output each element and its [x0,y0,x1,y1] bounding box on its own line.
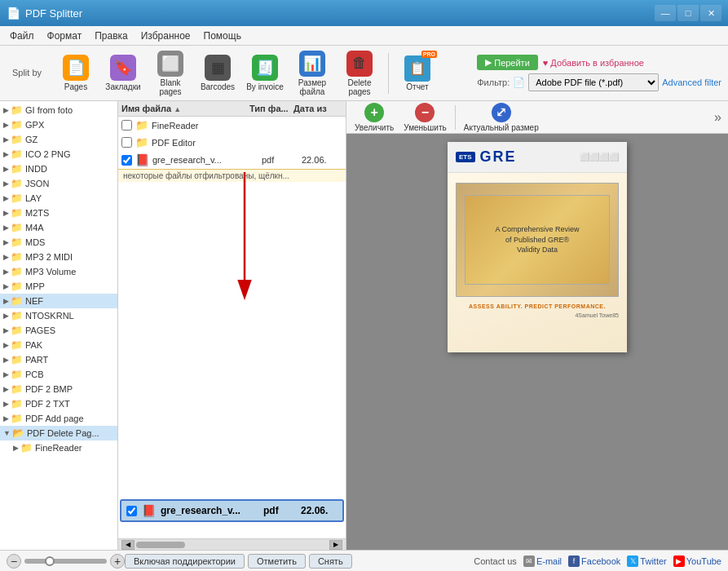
email-icon: ✉ [523,556,535,567]
folder-pdfeditor[interactable]: 📁 PDF Editor [118,134,346,151]
pages-button[interactable]: 📄 Pages [54,50,98,97]
menu-help[interactable]: Помощь [197,29,248,43]
chevron-icon: ▶ [3,150,9,158]
selection-highlight-box[interactable]: 📕 gre_research_v... pdf 22.06. [120,499,344,522]
goto-label: Перейти [494,58,530,68]
sidebar-item-pak[interactable]: ▶ 📁 PAK [0,338,117,352]
sidebar-item-mpp[interactable]: ▶ 📁 MPP [0,279,117,294]
sidebar-item-indd[interactable]: ▶ 📁 INDD [0,162,117,176]
folder-finereader[interactable]: 📁 FineReader [118,117,346,134]
bookmarks-button[interactable]: 🔖 Закладки [101,50,145,97]
file-checkbox[interactable] [121,155,132,166]
menu-file[interactable]: Файл [3,29,41,43]
by-invoice-button[interactable]: 🧾 By invoice [243,50,287,97]
fit-size-button[interactable]: ⤢ Актуальный размер [462,101,540,134]
sidebar-item-m4a[interactable]: ▶ 📁 M4A [0,220,117,235]
sidebar-item-pdfdeletepage[interactable]: ▼ 📂 PDF Delete Pag... [0,426,117,440]
selection-checkbox[interactable] [126,506,137,516]
sidebar-item-gi[interactable]: ▶ 📁 GI from foto [0,103,117,117]
scroll-right-btn[interactable]: ▶ [329,540,342,550]
folder-icon: 📁 [11,104,23,116]
bookmarks-icon: 🔖 [110,55,136,81]
mark-button[interactable]: Отметить [248,554,306,569]
goto-button[interactable]: ▶ Перейти [477,55,538,70]
email-link[interactable]: ✉ E-mail [523,556,562,567]
sidebar-item-label: PDF Add page [25,414,84,423]
sidebar-item-gpx[interactable]: ▶ 📁 GPX [0,117,117,132]
scroll-left-btn[interactable]: ◀ [121,540,135,550]
sidebar-item-pdf2txt[interactable]: ▶ 📁 PDF 2 TXT [0,396,117,411]
folder-checkbox[interactable] [121,120,132,131]
sidebar-item-ntoskrnl[interactable]: ▶ 📁 NTOSKRNL [0,308,117,323]
advanced-filter-button[interactable]: Advanced filter [662,77,721,87]
maximize-button[interactable]: □ [677,5,699,21]
app-title: PDF Splitter [25,7,655,20]
sidebar-item-pages[interactable]: ▶ 📁 PAGES [0,323,117,338]
facebook-link[interactable]: f Facebook [568,556,620,567]
app-icon: 📄 [7,7,20,20]
sidebar-item-pdfaddpage[interactable]: ▶ 📁 PDF Add page [0,411,117,426]
filesize-icon: 📊 [299,51,325,77]
twitter-link[interactable]: 𝕏 Twitter [627,556,666,567]
sidebar-item-mp3midi[interactable]: ▶ 📁 MP3 2 MIDI [0,250,117,264]
sidebar-item-label: PART [25,355,48,365]
pdf-file-icon: 📕 [135,153,149,166]
file-gre-research[interactable]: 📕 gre_research_v... pdf 22.06. [118,151,346,169]
zoom-increase-button[interactable]: + [110,554,125,569]
sidebar-item-gz[interactable]: ▶ 📁 GZ [0,132,117,147]
sidebar-item-nef[interactable]: ▶ 📁 NEF [0,294,117,308]
scroll-thumb[interactable] [136,542,185,548]
file-date: 22.06. [302,155,342,165]
horizontal-scrollbar[interactable]: ◀ ▶ [118,538,346,550]
zoom-in-button[interactable]: + Увеличить [353,101,395,134]
unmark-button[interactable]: Снять [309,554,352,569]
sidebar-item-pdf2bmp[interactable]: ▶ 📁 PDF 2 BMP [0,382,117,396]
pdf-preview: ETS GRE ⬜⬜⬜⬜ A Comprehensive Reviewof Pu… [448,142,627,352]
zoom-decrease-button[interactable]: − [7,554,21,569]
folder-checkbox[interactable] [121,137,132,148]
sidebar-item-m2ts[interactable]: ▶ 📁 M2TS [0,206,117,220]
book-cover: A Comprehensive Reviewof Published GRE®V… [465,195,610,285]
filter-select[interactable]: Adobe PDF file (*.pdf) [528,73,659,91]
sidebar-item-label: M4A [25,223,44,232]
include-subdirs-button[interactable]: Включая поддиректории [125,554,245,569]
scroll-track[interactable] [136,542,328,548]
sidebar-item-pcb[interactable]: ▶ 📁 PCB [0,367,117,382]
zoom-thumb[interactable] [45,556,55,566]
menu-format[interactable]: Формат [41,29,89,43]
zoom-out-button[interactable]: − Уменьшить [402,101,448,134]
sidebar-item-lay[interactable]: ▶ 📁 LAY [0,191,117,206]
sidebar-item-label: GZ [25,135,38,144]
sidebar-item-finereader[interactable]: ▶ 📁 FineReader [10,440,117,455]
menu-edit[interactable]: Правка [88,29,135,43]
folder-icon: 📁 [11,281,23,292]
sidebar-item-label: GI from foto [25,105,73,115]
filesize-button[interactable]: 📊 Размер файла [290,50,334,97]
close-button[interactable]: ✕ [700,5,721,21]
file-list-header: Имя файла ▲ Тип фа... Дата из [118,101,346,117]
expand-icon[interactable]: » [714,110,721,125]
col-type-header: Тип фа... [249,104,290,113]
barcodes-button[interactable]: ▦ Barcodes [196,50,240,97]
sidebar-item-json[interactable]: ▶ 📁 JSON [0,176,117,191]
blank-pages-button[interactable]: ⬜ Blank pages [148,50,192,97]
zoom-slider[interactable] [24,559,107,564]
sidebar-item-label: GPX [25,120,44,130]
sidebar-item-label: PDF Delete Pag... [27,428,99,438]
pages-label: Pages [64,82,87,91]
add-favorites-button[interactable]: ♥ Добавить в избранное [543,58,644,68]
menu-favorites[interactable]: Избранное [135,29,197,43]
minimize-button[interactable]: — [655,5,676,21]
sidebar-item-ico[interactable]: ▶ 📁 ICO 2 PNG [0,147,117,162]
youtube-link[interactable]: ▶ YouTube [673,556,721,567]
folder-icon: 📁 [11,398,23,409]
sidebar-item-part[interactable]: ▶ 📁 PART [0,352,117,367]
report-button[interactable]: PRO 📋 Отчет [395,50,439,97]
filesize-label: Размер файла [291,78,333,96]
delete-pages-button[interactable]: 🗑 Delete pages [338,50,382,97]
sidebar-item-mp3vol[interactable]: ▶ 📁 MP3 Volume [0,264,117,279]
sidebar-item-mds[interactable]: ▶ 📁 MDS [0,235,117,250]
chevron-icon: ▶ [3,400,9,408]
pdf-file-icon: 📕 [142,504,156,517]
sort-icon: ▲ [174,105,181,113]
